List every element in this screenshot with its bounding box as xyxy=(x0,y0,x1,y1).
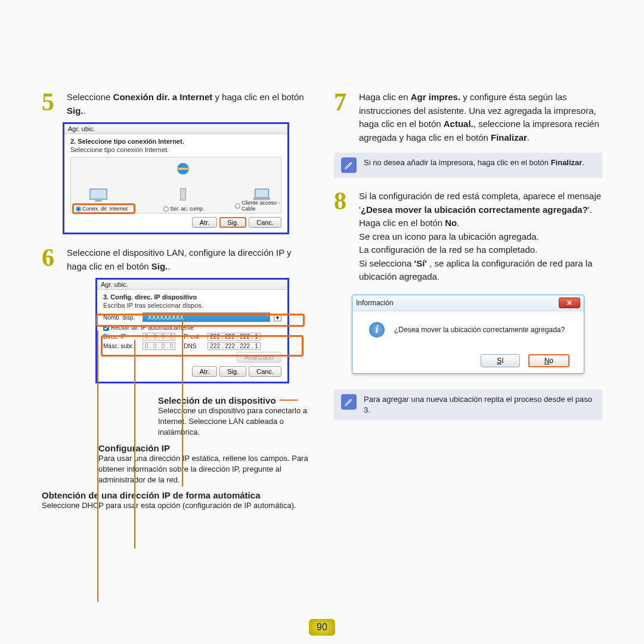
t: 'Sí' xyxy=(414,258,427,268)
callout-auto-ip: Obtención de una dirección IP de forma a… xyxy=(42,490,310,511)
wizard-step-title: 2. Seleccione tipo conexión Internet. xyxy=(70,138,281,145)
t: Sig. xyxy=(151,261,168,271)
t: . xyxy=(83,106,86,116)
pencil-icon xyxy=(341,157,357,173)
step-text: Si la configuración de red está completa… xyxy=(359,188,602,284)
t: o xyxy=(549,357,553,365)
callout-body: Para usar una dirección IP estática, rel… xyxy=(98,453,310,486)
info-icon: i xyxy=(369,322,385,338)
ie-icon xyxy=(171,161,195,181)
dialog-title: Información xyxy=(356,299,394,307)
wizard-step-subtitle: Escriba IP tras seleccionar dispos. xyxy=(103,302,281,309)
step-text: Seleccione el dispositivo LAN, configure… xyxy=(67,245,310,273)
cancel-button[interactable]: Canc. xyxy=(249,217,281,228)
note-text: Para agregar una nueva ubicación repita … xyxy=(364,394,595,416)
network-diagram: Conex. dir. Internet Ser. ac. comp. Clie… xyxy=(70,157,281,213)
callout-heading: Configuración IP xyxy=(98,443,310,453)
t: ¿Desea mover la ubicación correctamente … xyxy=(361,205,588,215)
window-title: Agr. ubic. xyxy=(64,124,287,134)
next-button[interactable]: Sig. xyxy=(219,217,246,228)
wizard-step-title: 3. Config. direc. IP dispositivo xyxy=(103,293,281,301)
t: . xyxy=(582,158,584,167)
back-button[interactable]: Atr. xyxy=(192,217,218,228)
step-number: 8 xyxy=(334,188,353,284)
t: Seleccione xyxy=(67,92,113,102)
t: Actual. xyxy=(444,119,473,129)
svg-rect-0 xyxy=(90,189,107,199)
dialog-information: Información ✕ i ¿Desea mover la ubicació… xyxy=(352,295,584,374)
t: N xyxy=(544,357,550,365)
no-button[interactable]: No xyxy=(528,354,569,367)
t: Finalizar xyxy=(551,158,583,167)
callout-body: Seleccione un dispositivo para conectarl… xyxy=(158,405,310,438)
step-text: Seleccione Conexión dir. a Internet y ha… xyxy=(67,89,310,117)
connector-line xyxy=(134,340,135,549)
callout-heading: Obtención de una dirección IP de forma a… xyxy=(42,490,310,500)
page-number: 90 xyxy=(309,619,335,636)
t: Agr impres. xyxy=(411,92,460,102)
callout-ip-config: Configuración IP Para usar una dirección… xyxy=(98,443,310,486)
svg-rect-4 xyxy=(255,189,269,197)
t: Se crea un icono para la ubicación agreg… xyxy=(359,231,539,242)
highlight-option-direct xyxy=(72,203,135,214)
wizard-step-subtitle: Seleccione tipo conexión Internet. xyxy=(70,146,281,153)
pencil-icon xyxy=(341,394,357,410)
t: Sig. xyxy=(67,106,83,116)
step-5: 5 Seleccione Conexión dir. a Internet y … xyxy=(42,89,310,117)
highlight-device-row xyxy=(96,314,305,327)
note-repeat-process: Para agregar una nueva ubicación repita … xyxy=(334,389,602,420)
callout-rule xyxy=(280,400,298,401)
step-number: 7 xyxy=(334,89,353,144)
step-7: 7 Haga clic en Agr impres. y configure é… xyxy=(334,89,602,144)
t: . xyxy=(457,218,459,228)
t: Finalizar xyxy=(491,132,527,143)
callout-body: Seleccione DHCP para usar esta opción (c… xyxy=(42,500,310,511)
t: Cliente acceso - Cable xyxy=(242,200,281,212)
cancel-button[interactable]: Canc. xyxy=(249,366,281,377)
dialog-message: ¿Desea mover la ubicación correctamente … xyxy=(394,326,565,334)
t: La configuración de la red se ha complet… xyxy=(359,244,537,255)
step-number: 5 xyxy=(42,89,61,117)
t: No xyxy=(445,218,457,228)
callout-device-selection: Selección de un dispositivo Seleccione u… xyxy=(158,394,310,438)
highlight-ip-rows xyxy=(101,335,304,357)
t: y haga clic en el botón xyxy=(212,92,304,102)
window-title: Agr. ubic. xyxy=(97,280,287,290)
t: Conexión dir. a Internet xyxy=(113,92,213,102)
svg-rect-1 xyxy=(95,199,101,202)
server-icon xyxy=(171,187,195,208)
t: Si selecciona xyxy=(359,258,414,268)
note-text: Si no desea añadir la impresora, haga cl… xyxy=(364,157,584,168)
option-cable-client[interactable]: Cliente acceso - Cable xyxy=(235,200,281,212)
t: í xyxy=(501,357,503,365)
t: Seleccione el dispositivo LAN, configure… xyxy=(67,247,292,271)
connector-line xyxy=(97,330,98,602)
t: Haga clic en xyxy=(359,92,411,102)
step-text: Haga clic en Agr impres. y configure ést… xyxy=(359,89,602,144)
svg-rect-3 xyxy=(181,188,186,200)
screenshot-connection-type: Agr. ubic. 2. Seleccione tipo conexión I… xyxy=(63,122,289,234)
callout-heading: Selección de un dispositivo xyxy=(158,395,276,405)
close-button[interactable]: ✕ xyxy=(559,298,580,308)
t: Ser. ac. comp. xyxy=(170,206,205,212)
option-shared-access[interactable]: Ser. ac. comp. xyxy=(163,206,205,212)
yes-button[interactable]: Sí xyxy=(481,354,519,367)
back-button[interactable]: Atr. xyxy=(192,366,218,377)
connector-line xyxy=(182,320,183,487)
step-number: 6 xyxy=(42,245,61,273)
t: Si no desea añadir la impresora, haga cl… xyxy=(364,158,551,167)
t: . xyxy=(168,261,170,271)
next-button[interactable]: Sig. xyxy=(219,366,246,377)
step-8: 8 Si la configuración de red está comple… xyxy=(334,188,602,284)
note-skip-printer: Si no desea añadir la impresora, haga cl… xyxy=(334,153,602,178)
screenshot-ip-config: Agr. ubic. 3. Config. direc. IP disposit… xyxy=(95,278,289,383)
step-6: 6 Seleccione el dispositivo LAN, configu… xyxy=(42,245,310,273)
t: . xyxy=(527,132,530,143)
